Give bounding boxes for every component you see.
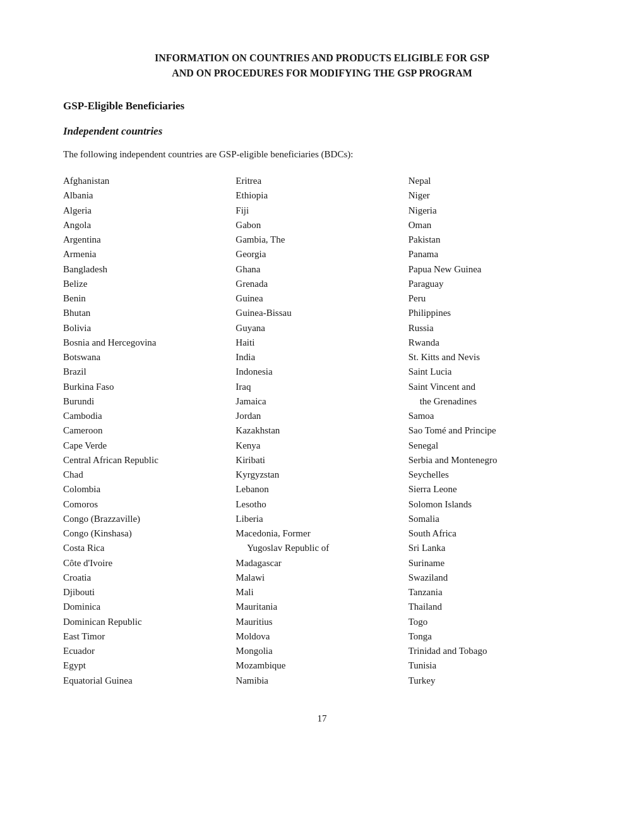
list-item: Bangladesh — [63, 262, 236, 277]
list-item: Dominica — [63, 600, 236, 614]
list-item: Croatia — [63, 571, 236, 585]
list-item: Tunisia — [408, 658, 581, 673]
list-item: Jamaica — [236, 394, 408, 409]
list-item: Colombia — [63, 482, 236, 497]
list-item: Central African Republic — [63, 453, 236, 468]
list-item: East Timor — [63, 629, 236, 644]
country-col-2: EritreaEthiopiaFijiGabonGambia, TheGeorg… — [236, 174, 408, 688]
list-item: Guyana — [236, 321, 408, 335]
list-item: Kazakhstan — [236, 423, 408, 438]
country-columns: AfghanistanAlbaniaAlgeriaAngolaArgentina… — [63, 174, 581, 688]
list-item: Albania — [63, 188, 236, 203]
list-item: Argentina — [63, 233, 236, 247]
list-item: Eritrea — [236, 174, 408, 188]
list-item: Ethiopia — [236, 188, 408, 203]
list-item: Swaziland — [408, 571, 581, 585]
list-item: Burkina Faso — [63, 380, 236, 394]
list-item: Bhutan — [63, 306, 236, 320]
list-item: Togo — [408, 615, 581, 629]
list-item: Haiti — [236, 335, 408, 350]
list-item: Tanzania — [408, 585, 581, 600]
list-item: Gabon — [236, 218, 408, 233]
list-item: Algeria — [63, 203, 236, 218]
list-item: Sierra Leone — [408, 482, 581, 497]
list-item: Kyrgyzstan — [236, 468, 408, 482]
list-item: Ecuador — [63, 644, 236, 658]
list-item: Liberia — [236, 512, 408, 526]
list-item: the Grenadines — [408, 394, 581, 409]
list-item: Congo (Brazzaville) — [63, 512, 236, 526]
list-item: Ghana — [236, 262, 408, 277]
list-item: Panama — [408, 247, 581, 262]
main-title: INFORMATION ON COUNTRIES AND PRODUCTS EL… — [63, 51, 581, 81]
list-item: St. Kitts and Nevis — [408, 350, 581, 365]
list-item: Angola — [63, 218, 236, 233]
list-item: Thailand — [408, 600, 581, 614]
list-item: Cape Verde — [63, 438, 236, 453]
page: INFORMATION ON COUNTRIES AND PRODUCTS EL… — [0, 0, 644, 834]
intro-text: The following independent countries are … — [63, 149, 581, 160]
list-item: Egypt — [63, 658, 236, 673]
list-item: Kenya — [236, 438, 408, 453]
list-item: Mozambique — [236, 658, 408, 673]
list-item: Serbia and Montenegro — [408, 453, 581, 468]
list-item: Mauritania — [236, 600, 408, 614]
list-item: Gambia, The — [236, 233, 408, 247]
list-item: Saint Vincent and — [408, 380, 581, 394]
list-item: Jordan — [236, 409, 408, 423]
list-item: Grenada — [236, 277, 408, 291]
list-item: Kiribati — [236, 453, 408, 468]
title-line1: INFORMATION ON COUNTRIES AND PRODUCTS EL… — [63, 51, 581, 66]
list-item: Botswana — [63, 350, 236, 365]
list-item: Dominican Republic — [63, 615, 236, 629]
list-item: Iraq — [236, 380, 408, 394]
list-item: Chad — [63, 468, 236, 482]
list-item: Paraguay — [408, 277, 581, 291]
list-item: Russia — [408, 321, 581, 335]
page-number: 17 — [63, 713, 581, 724]
list-item: Côte d'Ivoire — [63, 556, 236, 571]
list-item: Guinea — [236, 291, 408, 306]
country-col-3: NepalNigerNigeriaOmanPakistanPanamaPapua… — [408, 174, 581, 688]
list-item: Solomon Islands — [408, 497, 581, 512]
list-item: Fiji — [236, 203, 408, 218]
list-item: Nepal — [408, 174, 581, 188]
list-item: Cameroon — [63, 423, 236, 438]
list-item: Pakistan — [408, 233, 581, 247]
list-item: Indonesia — [236, 365, 408, 379]
title-line2: AND ON PROCEDURES FOR MODIFYING THE GSP … — [63, 66, 581, 81]
list-item: Guinea-Bissau — [236, 306, 408, 320]
list-item: Brazil — [63, 365, 236, 379]
list-item: Mongolia — [236, 644, 408, 658]
list-item: Madagascar — [236, 556, 408, 571]
list-item: Burundi — [63, 394, 236, 409]
list-item: Nigeria — [408, 203, 581, 218]
list-item: Trinidad and Tobago — [408, 644, 581, 658]
list-item: Suriname — [408, 556, 581, 571]
list-item: Rwanda — [408, 335, 581, 350]
list-item: India — [236, 350, 408, 365]
list-item: Afghanistan — [63, 174, 236, 188]
subsection-heading: Independent countries — [63, 125, 581, 138]
list-item: Papua New Guinea — [408, 262, 581, 277]
list-item: Congo (Kinshasa) — [63, 526, 236, 541]
list-item: Saint Lucia — [408, 365, 581, 379]
list-item: Sao Tomé and Principe — [408, 423, 581, 438]
list-item: Turkey — [408, 674, 581, 688]
list-item: Cambodia — [63, 409, 236, 423]
list-item: Bosnia and Hercegovina — [63, 335, 236, 350]
list-item: Djibouti — [63, 585, 236, 600]
list-item: Costa Rica — [63, 541, 236, 555]
list-item: Bolivia — [63, 321, 236, 335]
list-item: Belize — [63, 277, 236, 291]
list-item: Mali — [236, 585, 408, 600]
list-item: Yugoslav Republic of — [236, 541, 408, 555]
list-item: Mauritius — [236, 615, 408, 629]
list-item: Lesotho — [236, 497, 408, 512]
list-item: Armenia — [63, 247, 236, 262]
list-item: Peru — [408, 291, 581, 306]
list-item: Georgia — [236, 247, 408, 262]
list-item: Oman — [408, 218, 581, 233]
list-item: Senegal — [408, 438, 581, 453]
list-item: Comoros — [63, 497, 236, 512]
